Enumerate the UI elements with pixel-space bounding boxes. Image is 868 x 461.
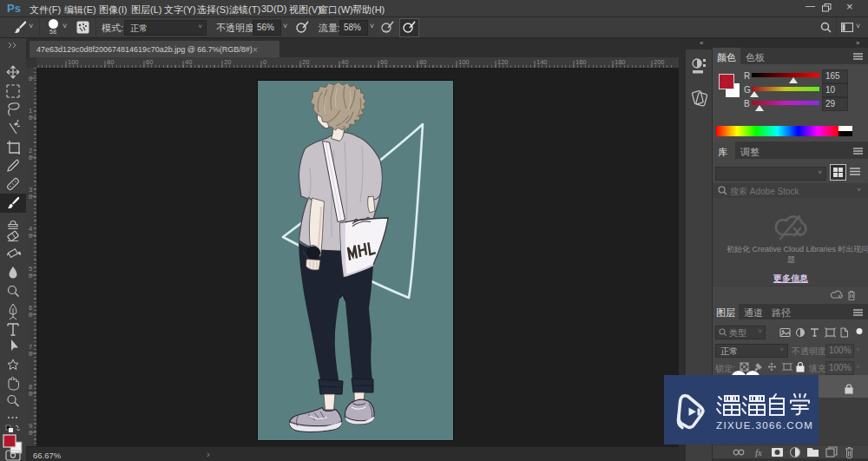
svg-text:80: 80 xyxy=(419,58,426,66)
svg-text:40: 40 xyxy=(341,58,348,66)
svg-text:160: 160 xyxy=(575,58,587,66)
svg-text:200: 200 xyxy=(654,58,665,66)
svg-text:60: 60 xyxy=(146,58,153,66)
svg-text:40: 40 xyxy=(185,58,192,66)
svg-text:20: 20 xyxy=(302,58,309,66)
svg-text:80: 80 xyxy=(107,58,114,66)
svg-text:ZIXUE.3066.COM: ZIXUE.3066.COM xyxy=(716,420,813,431)
svg-text:60: 60 xyxy=(380,58,387,66)
svg-text:20: 20 xyxy=(224,58,231,66)
svg-text:120: 120 xyxy=(497,58,509,66)
svg-text:180: 180 xyxy=(615,58,626,66)
svg-text:100: 100 xyxy=(458,58,470,66)
svg-text:140: 140 xyxy=(536,58,548,66)
svg-text:0: 0 xyxy=(263,58,266,66)
svg-text:fx: fx xyxy=(755,447,762,458)
svg-text:100: 100 xyxy=(68,58,79,66)
